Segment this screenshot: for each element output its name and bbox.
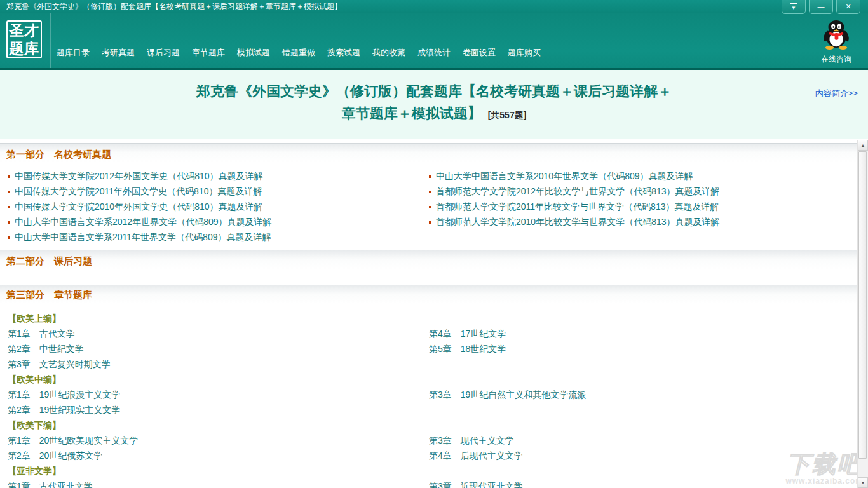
chapter-item: 第3章 19世纪自然主义和其他文学流派 (429, 387, 857, 402)
chapter-link[interactable]: 第1章 古代文学 (8, 329, 75, 339)
list-item: 首都师范大学文学院2011年比较文学与世界文学（代码813）真题及详解 (429, 199, 857, 214)
exam-link[interactable]: 中山大学中国语言文学系2011年世界文学（代码809）真题及详解 (15, 232, 271, 242)
chapter-group-yafei: 【亚非文学】 第1章 古代亚非文学 第3章 近现代亚非文学 (0, 463, 857, 488)
nav-item[interactable]: 题库目录 (56, 46, 90, 60)
minimize-icon: — (818, 3, 825, 10)
chapter-list-right: 第4章 17世纪文学第5章 18世纪文学 (422, 326, 857, 372)
chapter-link[interactable]: 第3章 现代主义文学 (429, 435, 514, 445)
minimize-button[interactable]: — (809, 0, 833, 14)
vertical-scrollbar[interactable]: ▲ ▼ (857, 140, 868, 488)
nav-item[interactable]: 考研真题 (101, 46, 135, 60)
chapter-link[interactable]: 第4章 17世纪文学 (429, 329, 506, 339)
part1-heading: 第一部分 名校考研真题 (0, 148, 857, 161)
chapter-link[interactable]: 第2章 20世纪俄苏文学 (8, 451, 102, 461)
chapter-item: 第1章 古代文学 (8, 326, 422, 341)
exam-list-right: 中山大学中国语言文学系2010年世界文学（代码809）真题及详解 首都师范大学文… (422, 168, 857, 245)
section-part1: 第一部分 名校考研真题 中国传媒大学文学院2012年外国文学史（代码810）真题… (0, 143, 857, 250)
chapter-list-left: 第1章 20世纪欧美现实主义文学第2章 20世纪俄苏文学 (0, 433, 422, 463)
exam-link[interactable]: 中国传媒大学文学院2012年外国文学史（代码810）真题及详解 (15, 171, 263, 181)
nav-item[interactable]: 模拟试题 (236, 46, 271, 60)
chevron-down-icon: ▼ (791, 4, 796, 11)
chapter-link[interactable]: 第1章 20世纪欧美现实主义文学 (8, 435, 138, 445)
chapter-item: 第4章 后现代主义文学 (429, 448, 857, 463)
chapter-item: 第3章 现代主义文学 (429, 433, 857, 448)
list-item: 中国传媒大学文学院2010年外国文学史（代码810）真题及详解 (8, 199, 422, 214)
exam-link[interactable]: 中国传媒大学文学院2011年外国文学史（代码810）真题及详解 (15, 186, 262, 196)
exam-link[interactable]: 首都师范大学文学院2010年比较文学与世界文学（代码813）真题及详解 (436, 217, 720, 227)
nav-item[interactable]: 卷面设置 (462, 46, 496, 60)
content-area: 第一部分 名校考研真题 中国传媒大学文学院2012年外国文学史（代码810）真题… (0, 139, 857, 488)
group-title: 【亚非文学】 (0, 463, 857, 478)
chapter-item: 第2章 19世纪现实主义文学 (8, 402, 422, 417)
bullet-icon (8, 191, 10, 193)
chapter-item: 第1章 20世纪欧美现实主义文学 (8, 433, 422, 448)
chapter-link[interactable]: 第2章 19世纪现实主义文学 (8, 405, 120, 415)
scroll-up-button[interactable]: ▲ (858, 140, 868, 151)
exam-link[interactable]: 中山大学中国语言文学系2010年世界文学（代码809）真题及详解 (436, 171, 693, 181)
app-logo: 圣才 题库 (6, 20, 42, 58)
menu-bar-icon (790, 3, 797, 4)
question-count: [共557题] (488, 110, 527, 120)
exam-link[interactable]: 首都师范大学文学院2011年比较文学与世界文学（代码813）真题及详解 (436, 201, 719, 212)
chapter-link[interactable]: 第2章 中世纪文学 (8, 344, 84, 354)
list-item: 首都师范大学文学院2010年比较文学与世界文学（代码813）真题及详解 (429, 214, 857, 229)
chapter-link[interactable]: 第5章 18世纪文学 (429, 344, 506, 354)
chapter-link[interactable]: 第1章 19世纪浪漫主义文学 (8, 390, 120, 400)
chapter-link[interactable]: 第3章 近现代亚非文学 (429, 481, 523, 488)
close-icon: ✕ (845, 3, 851, 10)
group-title: 【欧美中编】 (0, 372, 857, 387)
list-item: 中山大学中国语言文学系2010年世界文学（代码809）真题及详解 (429, 168, 857, 184)
logo-line2: 题库 (8, 39, 41, 57)
chapter-list-right: 第3章 现代主义文学第4章 后现代主义文学 (422, 433, 857, 463)
close-button[interactable]: ✕ (836, 0, 860, 14)
chapter-list-left: 第1章 19世纪浪漫主义文学第2章 19世纪现实主义文学 (0, 387, 422, 417)
section-part2: 第二部分 课后习题 (0, 250, 857, 285)
chapter-group-oumei-shang: 【欧美上编】 第1章 古代文学第2章 中世纪文学第3章 文艺复兴时期文学 第4章… (0, 311, 857, 372)
group-title: 【欧美下编】 (0, 417, 857, 433)
qq-penguin-icon (822, 19, 851, 50)
window-menu-button[interactable]: ▼ (782, 0, 806, 14)
bullet-icon (8, 206, 10, 208)
chapter-link[interactable]: 第3章 19世纪自然主义和其他文学流派 (429, 390, 586, 400)
content-intro-link[interactable]: 内容简介>> (815, 88, 858, 99)
chapter-item: 第5章 18世纪文学 (429, 341, 857, 356)
nav-item[interactable]: 错题重做 (281, 46, 316, 60)
nav-item[interactable]: 我的收藏 (372, 46, 406, 60)
scroll-up-icon: ▲ (861, 143, 865, 147)
list-item: 首都师范大学文学院2012年比较文学与世界文学（代码813）真题及详解 (429, 184, 857, 199)
consult-label[interactable]: 在线咨询 (812, 54, 860, 65)
nav-item[interactable]: 章节题库 (191, 46, 226, 60)
group-title: 【欧美上编】 (0, 311, 857, 326)
nav-item[interactable]: 题库购买 (507, 46, 541, 60)
exam-list-left: 中国传媒大学文学院2012年外国文学史（代码810）真题及详解 中国传媒大学文学… (0, 168, 422, 245)
section-part3: 第三部分 章节题库 【欧美上编】 第1章 古代文学第2章 中世纪文学第3章 文艺… (0, 285, 857, 488)
book-title-line1: 郑克鲁《外国文学史》（修订版）配套题库【名校考研真题＋课后习题详解＋ (0, 80, 868, 102)
window-controls: ▼ — ✕ (782, 0, 860, 14)
exam-link[interactable]: 中山大学中国语言文学系2012年世界文学（代码809）真题及详解 (15, 217, 272, 227)
book-title-line2: 章节题库＋模拟试题】[共557题] (0, 102, 868, 126)
main-nav: 题库目录 考研真题 课后习题 章节题库 模拟试题 错题重做 搜索试题 我的收藏 … (56, 46, 541, 60)
nav-item[interactable]: 搜索试题 (327, 46, 361, 60)
nav-item[interactable]: 成绩统计 (417, 46, 451, 60)
bullet-icon (429, 206, 431, 208)
part3-heading: 第三部分 章节题库 (0, 288, 857, 301)
book-banner: 郑克鲁《外国文学史》（修订版）配套题库【名校考研真题＋课后习题详解＋ 章节题库＋… (0, 70, 868, 139)
book-title: 郑克鲁《外国文学史》（修订版）配套题库【名校考研真题＋课后习题详解＋ 章节题库＋… (0, 70, 868, 126)
list-item: 中国传媒大学文学院2011年外国文学史（代码810）真题及详解 (8, 184, 422, 199)
exam-link[interactable]: 首都师范大学文学院2012年比较文学与世界文学（代码813）真题及详解 (436, 186, 720, 196)
chapter-link[interactable]: 第3章 文艺复兴时期文学 (8, 359, 111, 369)
chapter-group-oumei-zhong: 【欧美中编】 第1章 19世纪浪漫主义文学第2章 19世纪现实主义文学 第3章 … (0, 372, 857, 417)
scrollbar-thumb[interactable] (858, 151, 867, 459)
exam-link[interactable]: 中国传媒大学文学院2010年外国文学史（代码810）真题及详解 (15, 201, 263, 212)
chapter-group-oumei-xia: 【欧美下编】 第1章 20世纪欧美现实主义文学第2章 20世纪俄苏文学 第3章 … (0, 417, 857, 463)
part1-lists: 中国传媒大学文学院2012年外国文学史（代码810）真题及详解 中国传媒大学文学… (0, 168, 857, 245)
list-item: 中山大学中国语言文学系2011年世界文学（代码809）真题及详解 (8, 229, 422, 245)
app-header: 圣才 题库 题库目录 考研真题 课后习题 章节题库 模拟试题 错题重做 搜索试题… (0, 13, 868, 70)
online-consult[interactable]: 在线咨询 (812, 19, 860, 65)
window-titlebar: 郑克鲁《外国文学史》（修订版）配套题库【名校考研真题＋课后习题详解＋章节题库＋模… (0, 0, 868, 13)
chapter-link[interactable]: 第4章 后现代主义文学 (429, 451, 523, 461)
header-divider (50, 13, 51, 68)
scroll-down-button[interactable]: ▼ (858, 477, 868, 488)
nav-item[interactable]: 课后习题 (146, 46, 180, 60)
chapter-link[interactable]: 第1章 古代亚非文学 (8, 481, 93, 488)
